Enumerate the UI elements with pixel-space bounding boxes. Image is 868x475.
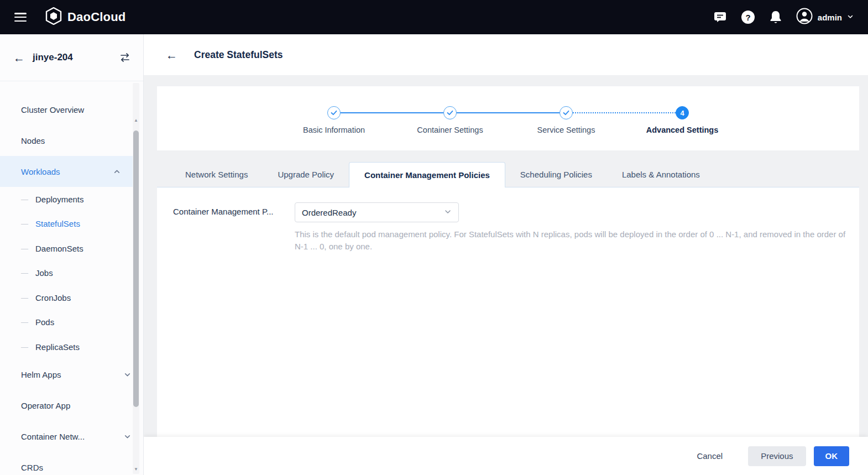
feedback-icon[interactable] xyxy=(713,10,728,24)
sidebar-scrollbar[interactable]: ▲ ▼ xyxy=(133,83,139,474)
sidebar-item-helm-apps[interactable]: Helm Apps xyxy=(0,359,143,390)
notifications-bell-icon[interactable] xyxy=(768,10,783,24)
step-check-icon xyxy=(327,106,341,119)
select-chevron-down-icon xyxy=(444,208,452,217)
daocloud-logo-icon xyxy=(45,7,62,27)
policy-field-label: Container Management P... xyxy=(173,207,286,216)
policy-field: OrderedReady This is the default pod man… xyxy=(295,202,848,252)
tab-network-settings[interactable]: Network Settings xyxy=(170,162,263,187)
sidebar-item-pods[interactable]: —Pods xyxy=(0,310,143,335)
sidebar-item-crds[interactable]: CRDs xyxy=(0,452,143,475)
scroll-down-icon[interactable]: ▼ xyxy=(133,466,139,473)
step-advanced-settings[interactable]: 4 Advanced Settings xyxy=(676,106,689,119)
step-check-icon xyxy=(560,106,573,119)
previous-button[interactable]: Previous xyxy=(748,446,806,466)
dash-icon: — xyxy=(21,244,28,253)
stepper: Basic Information Container Settings Ser… xyxy=(157,86,859,150)
scrollbar-thumb[interactable] xyxy=(133,131,139,407)
sidebar-item-cluster-overview[interactable]: Cluster Overview xyxy=(0,94,143,125)
page-title: Create StatefulSets xyxy=(194,49,283,61)
policy-select[interactable]: OrderedReady xyxy=(295,202,459,222)
svg-text:?: ? xyxy=(745,13,750,22)
step-label: Service Settings xyxy=(537,126,595,134)
dash-icon: — xyxy=(21,195,28,203)
switch-cluster-icon[interactable] xyxy=(119,52,131,63)
sidebar-nav: Cluster Overview Nodes Workloads —Deploy… xyxy=(0,81,143,475)
sidebar-item-container-network[interactable]: Container Netw... xyxy=(0,421,143,452)
brand-logo[interactable]: DaoCloud xyxy=(45,7,126,27)
sidebar-item-cronjobs[interactable]: —CronJobs xyxy=(0,285,143,310)
sidebar-item-operator-app[interactable]: Operator App xyxy=(0,390,143,421)
brand-name: DaoCloud xyxy=(67,10,126,24)
user-chevron-down-icon xyxy=(847,12,854,22)
wizard-footer: Cancel Previous OK xyxy=(144,437,868,475)
dash-icon: — xyxy=(21,220,28,228)
step-check-icon xyxy=(443,106,457,119)
step-connector xyxy=(341,112,443,113)
user-menu[interactable]: admin xyxy=(796,8,854,27)
help-icon[interactable]: ? xyxy=(741,10,755,24)
step-label: Basic Information xyxy=(303,126,365,134)
dash-icon: — xyxy=(21,269,28,277)
dash-icon: — xyxy=(21,318,28,326)
scroll-up-icon[interactable]: ▲ xyxy=(133,117,139,124)
cluster-back-icon[interactable]: ← xyxy=(13,52,25,64)
sidebar: ← jinye-204 Cluster Overview Nodes Workl… xyxy=(0,34,144,475)
cluster-header: ← jinye-204 xyxy=(0,34,143,81)
chevron-up-icon xyxy=(113,168,121,175)
cluster-name: jinye-204 xyxy=(33,52,119,63)
step-connector-dotted xyxy=(573,112,676,113)
main-area: ← Create StatefulSets Basic Information … xyxy=(144,34,868,475)
cancel-button[interactable]: Cancel xyxy=(689,446,730,466)
dash-icon: — xyxy=(21,343,28,351)
step-label: Advanced Settings xyxy=(646,126,719,134)
tab-scheduling-policies[interactable]: Scheduling Policies xyxy=(505,162,607,187)
sidebar-item-replicasets[interactable]: —ReplicaSets xyxy=(0,335,143,359)
sidebar-item-statefulsets[interactable]: —StatefulSets xyxy=(0,212,143,237)
step-label: Container Settings xyxy=(417,126,483,134)
policy-help-text: This is the default pod management polic… xyxy=(295,228,848,252)
sidebar-item-jobs[interactable]: —Jobs xyxy=(0,261,143,286)
avatar xyxy=(796,8,813,27)
ok-button[interactable]: OK xyxy=(814,446,850,466)
content-area: Basic Information Container Settings Ser… xyxy=(144,76,868,437)
step-connector xyxy=(457,112,560,113)
step-basic-information[interactable]: Basic Information xyxy=(327,106,341,119)
page-back-icon[interactable]: ← xyxy=(166,49,177,61)
sidebar-item-deployments[interactable]: —Deployments xyxy=(0,187,143,212)
page-header: ← Create StatefulSets xyxy=(144,34,868,76)
username-label: admin xyxy=(818,13,842,22)
tab-upgrade-policy[interactable]: Upgrade Policy xyxy=(263,162,349,187)
step-number-badge: 4 xyxy=(676,106,689,119)
chevron-down-icon xyxy=(124,371,131,378)
menu-icon[interactable] xyxy=(14,13,27,22)
sidebar-item-daemonsets[interactable]: —DaemonSets xyxy=(0,236,143,261)
step-container-settings[interactable]: Container Settings xyxy=(443,106,457,119)
step-service-settings[interactable]: Service Settings xyxy=(560,106,573,119)
topbar-actions: ? admin xyxy=(713,8,854,27)
sidebar-item-nodes[interactable]: Nodes xyxy=(0,125,143,156)
tab-container-management-policies[interactable]: Container Management Policies xyxy=(349,162,505,187)
dash-icon: — xyxy=(21,294,28,302)
settings-tabs: Network Settings Upgrade Policy Containe… xyxy=(157,162,859,187)
tab-panel-container-management: Container Management P... OrderedReady T… xyxy=(157,187,859,437)
chevron-down-icon xyxy=(124,433,131,440)
tab-labels-annotations[interactable]: Labels & Annotations xyxy=(607,162,715,187)
sidebar-item-workloads[interactable]: Workloads xyxy=(0,156,133,187)
top-bar: DaoCloud ? admin xyxy=(0,0,868,34)
policy-select-value: OrderedReady xyxy=(302,208,444,217)
